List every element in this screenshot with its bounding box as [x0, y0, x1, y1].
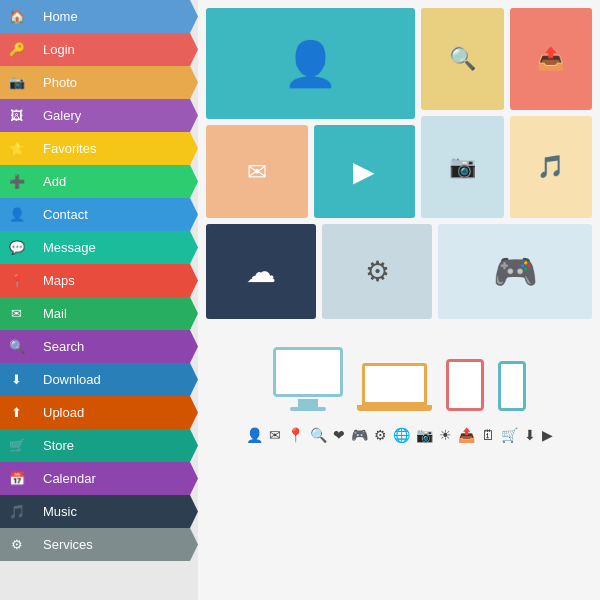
sidebar-label-galery: Galery [33, 99, 198, 132]
device-monitor [273, 347, 343, 411]
icon-game: 🎮 [351, 427, 368, 443]
sidebar-icon-store: 🛒 [0, 429, 33, 462]
sidebar-label-search: Search [33, 330, 198, 363]
sidebar-icon-maps: 📍 [0, 264, 33, 297]
sidebar-label-home: Home [33, 0, 198, 33]
sidebar-label-login: Login [33, 33, 198, 66]
icon-search: 🔍 [310, 427, 327, 443]
sidebar-icon-search: 🔍 [0, 330, 33, 363]
sidebar-label-favorites: Favorites [33, 132, 198, 165]
icon-globe: 🌐 [393, 427, 410, 443]
icon-person: 👤 [246, 427, 263, 443]
sidebar-icon-music: 🎵 [0, 495, 33, 528]
sidebar-item-home[interactable]: 🏠Home [0, 0, 198, 33]
sidebar-icon-contact: 👤 [0, 198, 33, 231]
tile-gear[interactable]: ⚙ [322, 224, 432, 319]
icon-download: ⬇ [524, 427, 536, 443]
sidebar-label-services: Services [33, 528, 198, 561]
tiles-top: 👤 ✉ ▶ 🔍 📤 📷 🎵 [206, 8, 592, 218]
sidebar-label-photo: Photo [33, 66, 198, 99]
tile-gamepad[interactable]: 🎮 [438, 224, 592, 319]
sidebar-label-upload: Upload [33, 396, 198, 429]
tile-music[interactable]: 🎵 [510, 116, 593, 218]
sidebar-icon-photo: 📷 [0, 66, 33, 99]
sidebar-item-message[interactable]: 💬Message [0, 231, 198, 264]
sidebar-icon-favorites: ⭐ [0, 132, 33, 165]
sidebar-icon-home: 🏠 [0, 0, 33, 33]
icon-settings: ⚙ [374, 427, 387, 443]
sidebar-item-maps[interactable]: 📍Maps [0, 264, 198, 297]
sidebar-label-maps: Maps [33, 264, 198, 297]
monitor-stand [298, 399, 318, 407]
laptop-base [357, 405, 432, 411]
sidebar-item-mail[interactable]: ✉Mail [0, 297, 198, 330]
devices-row [206, 325, 592, 415]
tile-play[interactable]: ▶ [314, 125, 416, 218]
device-laptop [357, 363, 432, 411]
tile-camera[interactable]: 📷 [421, 116, 504, 218]
icon-location: 📍 [287, 427, 304, 443]
sidebar-icon-message: 💬 [0, 231, 33, 264]
sidebar-label-add: Add [33, 165, 198, 198]
icon-cart: 🛒 [501, 427, 518, 443]
tile-user[interactable]: 👤 [206, 8, 415, 119]
tile-row-bot: 📷 🎵 [421, 116, 592, 218]
device-tablet [446, 359, 484, 411]
icon-share: 📤 [458, 427, 475, 443]
sidebar-item-upload[interactable]: ⬆Upload [0, 396, 198, 429]
tile-row-mid: ✉ ▶ [206, 125, 415, 218]
monitor-screen [273, 347, 343, 397]
tile-email[interactable]: ✉ [206, 125, 308, 218]
tiles-right-col: 🔍 📤 📷 🎵 [421, 8, 592, 218]
icon-calendar: 🗓 [481, 427, 495, 443]
tile-cloud[interactable]: ☁ [206, 224, 316, 319]
icon-heart: ❤ [333, 427, 345, 443]
sidebar-icon-services: ⚙ [0, 528, 33, 561]
monitor-base [290, 407, 326, 411]
sidebar-icon-calendar: 📅 [0, 462, 33, 495]
sidebar-item-download[interactable]: ⬇Download [0, 363, 198, 396]
sidebar-item-photo[interactable]: 📷Photo [0, 66, 198, 99]
icon-play: ▶ [542, 427, 553, 443]
sidebar-item-calendar[interactable]: 📅Calendar [0, 462, 198, 495]
main-content: 👤 ✉ ▶ 🔍 📤 📷 🎵 ☁ ⚙ 🎮 [198, 0, 600, 600]
sidebar: 🏠Home🔑Login📷Photo🖼Galery⭐Favorites➕Add👤C… [0, 0, 198, 600]
sidebar-item-search[interactable]: 🔍Search [0, 330, 198, 363]
sidebar-item-galery[interactable]: 🖼Galery [0, 99, 198, 132]
sidebar-label-contact: Contact [33, 198, 198, 231]
sidebar-label-music: Music [33, 495, 198, 528]
sidebar-item-store[interactable]: 🛒Store [0, 429, 198, 462]
sidebar-item-login[interactable]: 🔑Login [0, 33, 198, 66]
laptop-screen [362, 363, 427, 405]
device-phone [498, 361, 526, 411]
tile-share[interactable]: 📤 [510, 8, 593, 110]
sidebar-item-services[interactable]: ⚙Services [0, 528, 198, 561]
icon-camera: 📷 [416, 427, 433, 443]
tile-row-top: 🔍 📤 [421, 8, 592, 110]
tiles-middle: ☁ ⚙ 🎮 [206, 224, 592, 319]
sidebar-icon-upload: ⬆ [0, 396, 33, 429]
sidebar-label-calendar: Calendar [33, 462, 198, 495]
icon-mail: ✉ [269, 427, 281, 443]
sidebar-label-mail: Mail [33, 297, 198, 330]
sidebar-icon-mail: ✉ [0, 297, 33, 330]
sidebar-label-message: Message [33, 231, 198, 264]
icon-sun: ☀ [439, 427, 452, 443]
bottom-icons-row: 👤 ✉ 📍 🔍 ❤ 🎮 ⚙ 🌐 📷 ☀ 📤 🗓 🛒 ⬇ ▶ [206, 421, 592, 449]
sidebar-icon-galery: 🖼 [0, 99, 33, 132]
sidebar-item-favorites[interactable]: ⭐Favorites [0, 132, 198, 165]
sidebar-item-music[interactable]: 🎵Music [0, 495, 198, 528]
sidebar-label-download: Download [33, 363, 198, 396]
tiles-left-col: 👤 ✉ ▶ [206, 8, 415, 218]
sidebar-item-contact[interactable]: 👤Contact [0, 198, 198, 231]
sidebar-icon-login: 🔑 [0, 33, 33, 66]
sidebar-icon-download: ⬇ [0, 363, 33, 396]
sidebar-icon-add: ➕ [0, 165, 33, 198]
sidebar-item-add[interactable]: ➕Add [0, 165, 198, 198]
sidebar-label-store: Store [33, 429, 198, 462]
tile-search[interactable]: 🔍 [421, 8, 504, 110]
